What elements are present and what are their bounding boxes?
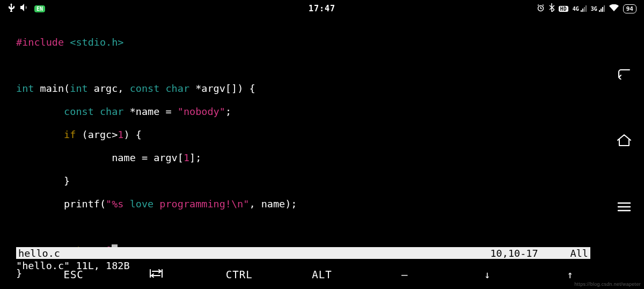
key-esc[interactable]: ESC — [49, 269, 98, 280]
watermark: https://blog.csdn.net/wapeter — [574, 281, 641, 287]
ime-badge: EN — [34, 5, 45, 12]
code-line — [16, 60, 596, 71]
phone-status-bar: EN 17:47 HD 4G 3G 94 — [0, 1, 644, 16]
wifi-icon — [609, 4, 619, 13]
net1-label: 4G — [573, 6, 579, 12]
code-line: } — [16, 175, 596, 187]
signal-1-icon — [581, 5, 587, 12]
soft-key-bar: ESC CTRL ALT ― ↓ ↑ — [0, 266, 644, 283]
code-line: #include <stdio.h> — [16, 37, 596, 48]
bluetooth-icon — [549, 3, 554, 14]
vim-filename: hello.c — [18, 248, 60, 259]
back-icon[interactable] — [615, 64, 633, 83]
code-line: int main(int argc, const char *argv[]) { — [16, 83, 596, 95]
code-line: name = argv[1]; — [16, 152, 596, 164]
home-icon[interactable] — [615, 131, 633, 149]
key-dash[interactable]: ― — [380, 269, 429, 280]
net2-label: 3G — [591, 6, 597, 12]
vim-status-line: hello.c 10,10-17 All — [16, 247, 590, 259]
battery-pill: 94 — [623, 4, 636, 13]
key-up[interactable]: ↑ — [546, 269, 595, 280]
key-tab[interactable] — [132, 269, 180, 280]
vim-scroll-pct: All — [570, 248, 588, 259]
alarm-icon — [537, 4, 545, 14]
volume-icon — [20, 4, 29, 13]
code-line: const char *name = "nobody"; — [16, 106, 596, 118]
code-line: if (argc>1) { — [16, 129, 596, 141]
menu-icon[interactable] — [615, 198, 633, 216]
key-ctrl[interactable]: CTRL — [215, 269, 264, 280]
signal-2-icon — [599, 5, 605, 12]
clock: 17:47 — [309, 4, 335, 13]
key-down[interactable]: ↓ — [464, 269, 512, 280]
code-line — [16, 221, 596, 233]
hd-badge: HD — [559, 6, 568, 12]
key-alt[interactable]: ALT — [298, 269, 346, 280]
code-line: printf("%s love programming!\n", name); — [16, 198, 596, 210]
vim-cursor-pos: 10,10-17 — [490, 248, 538, 259]
usb-icon — [8, 3, 15, 14]
